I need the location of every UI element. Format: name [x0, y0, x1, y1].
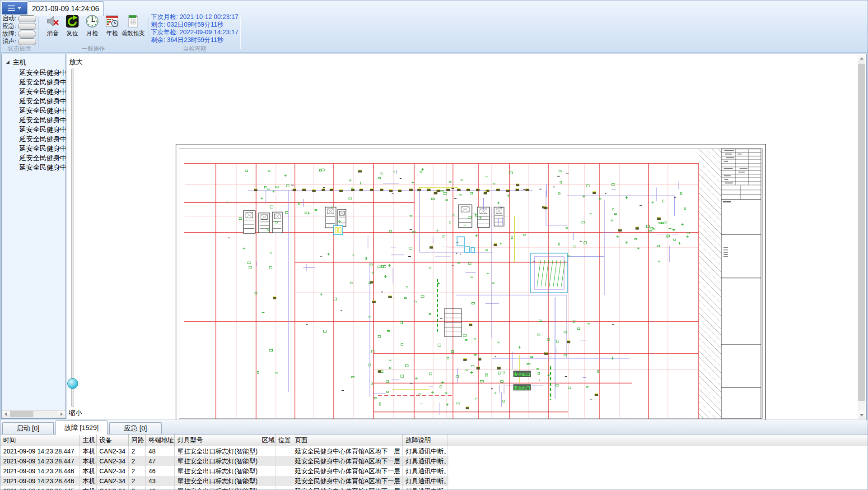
- window-tab[interactable]: 2021-09-09 14:24:06: [27, 1, 104, 16]
- table-row[interactable]: 2021-09-09 14:23:28.446本机CAN2-34243壁挂安全出…: [0, 476, 448, 486]
- status-indicator: [18, 23, 36, 30]
- zoom-in-button[interactable]: 放大: [69, 58, 83, 66]
- selfcheck-info-line: 剩余: 364日23时59分11秒: [151, 36, 224, 44]
- status-label: 应急:: [2, 22, 16, 30]
- table-row[interactable]: 2021-09-09 14:23:28.446本机CAN2-34246壁挂安全出…: [0, 466, 448, 476]
- column-header[interactable]: 终端地址: [146, 435, 175, 446]
- scroll-down-button[interactable]: [858, 411, 865, 419]
- table-cell: CAN2-34: [97, 446, 129, 456]
- tree-item-host-page[interactable]: 延安全民健身中心体育馆: [2, 87, 65, 96]
- table-cell: 本机: [80, 456, 97, 466]
- zoom-out-button[interactable]: 缩小: [69, 409, 82, 417]
- floorplan-viewport[interactable]: 放大 缩小 安全出口安全出口: [67, 54, 867, 420]
- monthly-check-icon: [85, 14, 99, 28]
- tree-item-host-page[interactable]: 延安全民健身中心体育馆: [2, 77, 65, 87]
- table-cell: 灯具通讯中断。: [403, 476, 448, 486]
- mute-icon: [46, 14, 60, 28]
- table-cell: 48: [146, 446, 175, 456]
- evacuation-plan-button[interactable]: 疏散预案: [119, 14, 148, 37]
- column-header[interactable]: 区域: [259, 435, 275, 446]
- tree-root-node[interactable]: 主机: [6, 58, 65, 67]
- reset-button[interactable]: 复位: [63, 14, 82, 37]
- status-label: 启动:: [2, 14, 16, 23]
- scrollbar-thumb[interactable]: [858, 64, 865, 401]
- canvas-vertical-scrollbar[interactable]: [858, 55, 865, 419]
- column-header[interactable]: 灯具型号: [175, 435, 259, 446]
- table-cell: 2021-09-09 14:23:28.445: [0, 486, 80, 490]
- tree-item-host-page[interactable]: 延安全民健身中心体育馆: [2, 68, 65, 77]
- table-cell: 43: [146, 476, 175, 486]
- column-header[interactable]: 位置: [275, 435, 292, 446]
- log-table-body: 2021-09-09 14:23:28.447本机CAN2-34248壁挂安全出…: [0, 446, 868, 490]
- scroll-left-button[interactable]: [2, 411, 9, 418]
- table-cell: [259, 486, 275, 490]
- table-row[interactable]: 2021-09-09 14:23:28.445本机CAN2-34242壁挂安全出…: [0, 486, 448, 490]
- table-cell: CAN2-34: [97, 476, 129, 486]
- log-tab-start[interactable]: 启动 [0]: [2, 422, 54, 434]
- table-cell: 46: [146, 466, 175, 476]
- tree-item-host-page[interactable]: 延安全民健身中心体育馆: [2, 115, 65, 125]
- group-separator: [148, 17, 149, 49]
- table-cell: 壁挂安全出口标志灯(智能型): [175, 486, 259, 490]
- table-cell: 灯具通讯中断。: [403, 466, 448, 476]
- main-menu-button[interactable]: [2, 2, 27, 14]
- table-row[interactable]: 2021-09-09 14:23:28.447本机CAN2-34248壁挂安全出…: [0, 446, 448, 456]
- zoom-slider-track[interactable]: [71, 69, 74, 407]
- tree-item-host-page[interactable]: 延安全民健身中心体育馆: [2, 125, 65, 134]
- column-header[interactable]: 回路: [129, 435, 146, 446]
- table-cell: 灯具通讯中断。: [403, 446, 448, 456]
- column-header[interactable]: 设备: [97, 435, 129, 446]
- mute-button[interactable]: 消音: [43, 14, 62, 37]
- table-cell: 本机: [80, 476, 97, 486]
- tree-item-host-page[interactable]: 延安全民健身中心体育馆: [2, 162, 65, 172]
- table-cell: 47: [146, 456, 175, 466]
- selfcheck-info-line: 剩余: 032日09时59分11秒: [151, 21, 224, 29]
- table-cell: 灯具通讯中断。: [403, 456, 448, 466]
- tree-horizontal-scrollbar[interactable]: [2, 410, 65, 418]
- exit-sign-symbol: 安全出口: [513, 384, 531, 390]
- event-log-panel: 启动 [0]故障 [1529]应急 [0] 时间主机设备回路终端地址灯具型号区域…: [0, 420, 868, 490]
- tree-item-host-page[interactable]: 延安全民健身中心体育馆: [2, 96, 65, 106]
- group-separator: [240, 17, 241, 49]
- column-header[interactable]: 主机: [80, 435, 97, 446]
- table-cell: 2: [129, 466, 146, 476]
- log-tab-emergency[interactable]: 应急 [0]: [109, 422, 162, 434]
- tree-item-host-page[interactable]: 延安全民健身中心体育馆: [2, 143, 65, 153]
- table-cell: [275, 466, 292, 476]
- status-indicator: [18, 31, 36, 37]
- table-cell: 壁挂安全出口标志灯(智能型): [175, 446, 259, 456]
- application-window: 2021-09-09 14:24:06 启动:应急:故障:消声: 消音复位月检年…: [0, 0, 868, 490]
- hamburger-icon: [8, 5, 15, 11]
- tree-item-host-page[interactable]: 延安全民健身中心体育馆: [2, 106, 65, 115]
- table-cell: 2: [129, 456, 146, 466]
- tree-item-host-page[interactable]: 延安全民健身中心体育馆: [2, 153, 65, 162]
- column-header[interactable]: 故障说明: [403, 435, 448, 446]
- table-cell: 延安全民健身中心体育馆A区地下一层: [292, 476, 403, 486]
- table-cell: 42: [146, 486, 175, 490]
- scroll-up-button[interactable]: [858, 55, 865, 62]
- log-tab-fault[interactable]: 故障 [1529]: [56, 421, 107, 435]
- table-cell: 壁挂安全出口标志灯(智能型): [175, 476, 259, 486]
- table-cell: [275, 476, 292, 486]
- column-header[interactable]: 页面: [292, 435, 403, 446]
- table-cell: 灯具通讯中断。: [403, 486, 448, 490]
- toolbar-button-label: 疏散预案: [121, 29, 145, 37]
- status-group-label: 状态提示: [0, 45, 38, 53]
- scrollbar-thumb[interactable]: [10, 411, 33, 417]
- exit-sign-label: 安全出口: [513, 372, 530, 377]
- column-header[interactable]: 时间: [0, 435, 80, 446]
- tree-root-label: 主机: [13, 58, 26, 67]
- scroll-right-button[interactable]: [58, 411, 65, 418]
- table-cell: 壁挂安全出口标志灯(智能型): [175, 456, 259, 466]
- zoom-slider-handle[interactable]: [67, 378, 78, 389]
- ribbon-toolbar: 2021-09-09 14:24:06 启动:应急:故障:消声: 消音复位月检年…: [0, 0, 868, 53]
- tree-expander-icon[interactable]: [6, 60, 10, 65]
- tree-item-host-page[interactable]: 延安全民健身中心体育馆: [2, 134, 65, 143]
- monthly-check-button[interactable]: 月检: [83, 14, 102, 37]
- tree-item-list: 延安全民健身中心体育馆延安全民健身中心体育馆延安全民健身中心体育馆延安全民健身中…: [2, 68, 65, 172]
- table-row[interactable]: 2021-09-09 14:23:28.447本机CAN2-34247壁挂安全出…: [0, 456, 448, 466]
- exit-sign-symbol: 安全出口: [513, 371, 531, 377]
- table-cell: 本机: [80, 486, 97, 490]
- log-table-header: 时间主机设备回路终端地址灯具型号区域位置页面故障说明: [0, 435, 868, 446]
- floorplan-drawing: 安全出口安全出口: [176, 144, 766, 420]
